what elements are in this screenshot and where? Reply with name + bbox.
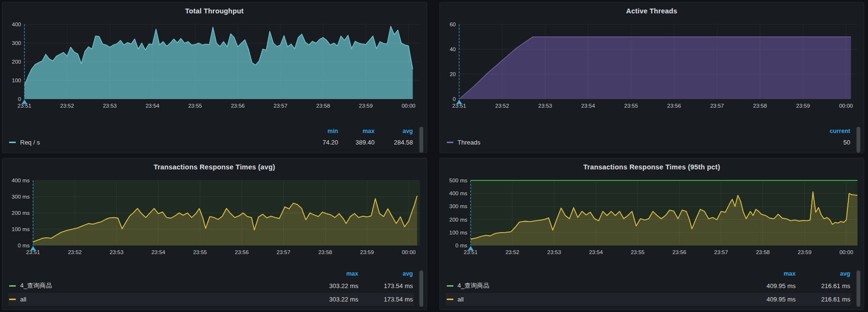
legend-header-spacer [8, 129, 306, 134]
legend-header-row: max avg [8, 269, 414, 279]
y-tick-label: 200 ms [12, 210, 30, 216]
legend-col-avg[interactable]: avg [359, 269, 414, 279]
y-tick-label: 400 ms [449, 190, 467, 196]
x-tick-label: 23:56 [667, 103, 681, 109]
legend-header-row: current [446, 127, 852, 136]
x-tick-label: 23:56 [231, 103, 245, 109]
y-tick-label: 0 [452, 96, 455, 102]
y-tick-label: 100 ms [12, 226, 30, 232]
legend: max avg 4_查询商品 303.22 ms 173.54 ms all 3… [2, 268, 427, 307]
y-tick-label: 20 [450, 71, 456, 77]
y-tick-label: 100 [12, 78, 21, 83]
legend-col-max[interactable]: max [305, 269, 359, 279]
y-tick-label: 200 [12, 59, 21, 65]
legend-col-max[interactable]: max [742, 269, 797, 279]
legend-col-current[interactable]: current [809, 127, 851, 136]
series-dash-icon [9, 299, 16, 300]
legend-series-all[interactable]: all [446, 293, 742, 306]
legend-row-threads: Threads 50 [446, 136, 852, 149]
x-tick-label: 23:57 [274, 103, 288, 109]
x-tick-label: 23:53 [103, 103, 117, 109]
legend-value-max: 303.22 ms [305, 279, 359, 292]
legend-row-all: all 303.22 ms 173.54 ms [8, 293, 414, 306]
x-tick-label: 23:53 [538, 103, 552, 109]
series-dash-icon [447, 285, 453, 287]
panel-title[interactable]: Total Throughput [2, 2, 427, 17]
legend-scrollbar[interactable] [856, 127, 860, 153]
x-tick-label: 23:51 [26, 249, 40, 255]
x-tick-label: 00:00 [839, 103, 853, 109]
x-tick-label: 23:59 [359, 103, 373, 109]
x-tick-label: 23:51 [18, 103, 32, 109]
grafana-dashboard: Total Throughput 010020030040023:5123:52… [0, 0, 868, 312]
legend-col-avg[interactable]: avg [797, 269, 851, 279]
legend-value-max: 409.95 ms [742, 279, 797, 292]
y-tick-label: 200 ms [449, 217, 467, 223]
y-tick-label: 500 ms [449, 178, 467, 183]
x-tick-label: 23:57 [714, 249, 728, 255]
panel-title[interactable]: Active Threads [440, 2, 864, 17]
x-tick-label: 23:51 [452, 103, 466, 109]
legend-value-avg: 173.54 ms [359, 293, 414, 306]
y-tick-label: 300 ms [12, 194, 30, 200]
chart-canvas: 020406023:5123:5223:5323:5423:5523:5623:… [443, 21, 861, 111]
legend-value-max: 389.40 [339, 136, 376, 149]
series-dash-icon [447, 142, 453, 143]
series-label: 4_查询商品 [20, 281, 52, 290]
legend-scrollbar[interactable] [419, 127, 423, 153]
y-tick-label: 60 [450, 22, 456, 27]
legend-series-reqs[interactable]: Req / s [8, 136, 306, 149]
x-tick-label: 23:59 [360, 249, 374, 255]
legend-value-avg: 173.54 ms [359, 279, 414, 292]
x-tick-label: 23:52 [505, 249, 519, 255]
x-tick-label: 23:58 [318, 249, 332, 255]
legend-scrollbar[interactable] [419, 270, 423, 307]
x-tick-label: 23:55 [193, 249, 207, 255]
legend: current Threads 50 [440, 126, 864, 150]
legend-value-avg: 284.58 [376, 136, 414, 149]
legend-value-avg: 216.61 ms [797, 279, 851, 292]
series-label: Threads [458, 139, 481, 146]
legend-header-spacer [446, 129, 810, 134]
y-tick-label: 0 ms [455, 243, 467, 248]
x-tick-label: 23:54 [581, 103, 595, 109]
x-tick-label: 23:57 [277, 249, 290, 255]
x-tick-label: 23:52 [60, 103, 74, 109]
panel-title[interactable]: Transactions Response Times (avg) [2, 158, 427, 173]
x-tick-label: 23:54 [151, 249, 165, 255]
chart-canvas: 0 ms100 ms200 ms300 ms400 ms500 ms23:512… [443, 177, 861, 257]
chart-canvas: 0 ms100 ms200 ms300 ms400 ms23:5123:5223… [5, 177, 424, 257]
x-tick-label: 23:53 [547, 249, 561, 255]
panel-title[interactable]: Transactions Response Times (95th pct) [440, 158, 864, 173]
x-tick-label: 23:55 [624, 103, 638, 109]
x-tick-label: 23:52 [68, 249, 82, 255]
legend-series-all[interactable]: all [8, 293, 305, 306]
x-tick-label: 23:55 [188, 103, 202, 109]
series-area-0 [24, 26, 413, 99]
legend-series-threads[interactable]: Threads [446, 136, 810, 149]
y-tick-label: 300 ms [449, 203, 467, 209]
legend-col-avg[interactable]: avg [376, 127, 414, 136]
throughput-chart[interactable]: 010020030040023:5123:5223:5323:5423:5523… [5, 21, 424, 111]
legend-series-query-product[interactable]: 4_查询商品 [8, 279, 305, 293]
x-tick-label: 23:58 [316, 103, 330, 109]
legend-scrollbar[interactable] [856, 270, 860, 307]
response-95th-chart[interactable]: 0 ms100 ms200 ms300 ms400 ms500 ms23:512… [443, 177, 861, 257]
legend-row-query-product: 4_查询商品 409.95 ms 216.61 ms [446, 279, 852, 293]
chart-canvas: 010020030040023:5123:5223:5323:5423:5523… [5, 21, 424, 111]
x-tick-label: 00:00 [402, 249, 416, 255]
panel-response-95th: Transactions Response Times (95th pct) 0… [440, 158, 865, 310]
x-tick-label: 23:54 [589, 249, 602, 255]
legend-series-query-product[interactable]: 4_查询商品 [446, 279, 742, 293]
series-label: all [458, 296, 464, 303]
response-avg-chart[interactable]: 0 ms100 ms200 ms300 ms400 ms23:5123:5223… [5, 177, 424, 257]
legend-col-max[interactable]: max [339, 127, 376, 136]
legend-row-all: all 409.95 ms 216.61 ms [446, 293, 852, 306]
series-label: Req / s [20, 139, 40, 146]
x-tick-label: 23:58 [756, 249, 770, 255]
legend-col-min[interactable]: min [306, 127, 339, 136]
x-tick-label: 00:00 [839, 249, 853, 255]
x-tick-label: 23:54 [146, 103, 160, 109]
legend-header-spacer [8, 271, 305, 277]
threads-chart[interactable]: 020406023:5123:5223:5323:5423:5523:5623:… [443, 21, 861, 111]
